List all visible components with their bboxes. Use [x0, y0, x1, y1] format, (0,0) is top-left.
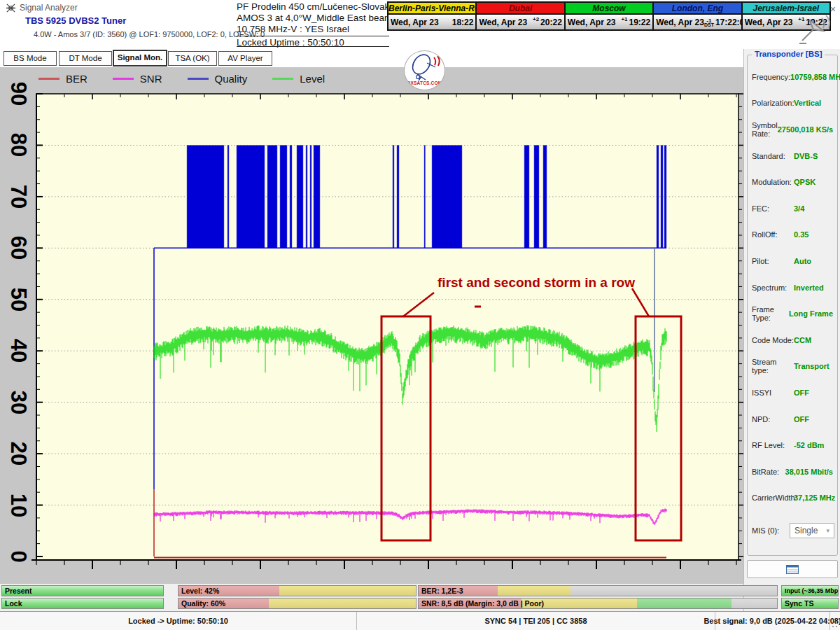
clock-dubai: Dubai Wed, Apr 23+220:22	[477, 3, 565, 29]
plot-background	[36, 94, 738, 560]
dxsatcs-logo-text: DXSATCS.COM	[407, 80, 442, 85]
legend-item-snr: SNR	[113, 73, 162, 85]
header-info-line-2: AMOS 3 at 4,0°W_Middle East beam	[237, 13, 389, 24]
transponder-label-polarization: Polarization:	[752, 99, 794, 107]
quality-burst-3	[267, 145, 277, 248]
tab-tsa[interactable]: TSA (OK)	[168, 51, 217, 66]
transponder-row-frequency: Frequency: 10759,858 MHz	[748, 64, 837, 90]
transponder-value-npd: OFF	[794, 415, 833, 424]
transponder-row-fec: FEC: 3/4	[748, 195, 837, 222]
transponder-row-npd: NPD: OFF	[748, 406, 837, 433]
tab-dt-mode[interactable]: DT Mode	[59, 51, 112, 66]
transponder-row-rolloff: RollOff: 0.35	[748, 222, 837, 248]
tab-av-player[interactable]: AV Player	[218, 51, 272, 66]
clock-date: Wed, Apr 23	[656, 18, 704, 27]
signal-analyzer-window: Signal Analyzer TBS 5925 DVBS2 Tuner 4.0…	[0, 0, 840, 630]
legend-line-quality	[188, 78, 209, 80]
level-meter: Level: 42%	[178, 585, 416, 596]
transponder-label-modulation: Modulation:	[752, 178, 794, 186]
transponder-label-carrierwidth: CarrierWidth:	[752, 493, 794, 502]
clock-city-label: London, Eng	[654, 3, 741, 15]
transponder-row-stream-type: Stream type: Transport	[748, 354, 837, 380]
status-uptime: Locked -> Uptime: 50:50:10	[0, 612, 357, 630]
header-info-line-3: 10 758 MHz-V : YES Israel	[237, 24, 389, 35]
quality-burst-14	[524, 145, 529, 248]
transponder-label-issyi: ISSYI	[752, 388, 794, 397]
clock-time: 18:22	[452, 18, 474, 27]
tuner-config: 4.0W - Amos 3/7 (ID: 3560) @ LOF1: 97500…	[34, 30, 265, 38]
clock-utc-offset: +1	[621, 16, 627, 22]
meter-segment	[498, 586, 570, 596]
tuner-name: TBS 5925 DVBS2 Tuner	[25, 15, 126, 26]
header-divider	[237, 36, 389, 36]
chart-plot	[28, 91, 743, 575]
quality-burst-2	[237, 145, 265, 248]
mode-tabbar: BS Mode DT Mode Signal Mon. TSA (OK) AV …	[0, 49, 743, 67]
quality-burst-10	[393, 145, 394, 248]
app-icon	[6, 3, 16, 13]
quality-burst-4	[280, 145, 287, 248]
transponder-label-fec: FEC:	[752, 204, 794, 213]
panel-button[interactable]	[747, 560, 838, 578]
transponder-row-bitrate: BitRate: 38,015 Mbit/s	[748, 458, 837, 485]
meter-segment	[637, 598, 732, 608]
mis-select[interactable]: Single▾	[790, 523, 834, 538]
quality-burst-13	[432, 145, 462, 248]
transponder-row-polarization: Polarization: Vertical	[748, 90, 837, 117]
quality-burst-6	[297, 145, 303, 248]
transponder-value-fec: 3/4	[794, 204, 833, 213]
quality-burst-9	[314, 145, 320, 248]
transponder-label-frequency: Frequency:	[752, 73, 790, 81]
quality-burst-12	[424, 145, 426, 248]
tab-signal-mon[interactable]: Signal Mon.	[113, 50, 167, 66]
chevron-down-icon: ▾	[826, 527, 830, 534]
world-clocks: Berlin-Paris-Vienna-Roma Wed, Apr 2318:2…	[387, 1, 831, 31]
legend-item-ber: BER	[38, 73, 88, 85]
transponder-title: Transponder [BS]	[752, 50, 825, 58]
clock-utc-offset: +2	[533, 16, 539, 22]
transponder-label-pilot: Pilot:	[752, 257, 794, 265]
window-title: Signal Analyzer	[20, 3, 78, 13]
transponder-groupbox: Transponder [BS] Frequency: 10759,858 MH…	[747, 55, 838, 556]
clock-london: London, Eng Wed, Apr 23-1DST17:22:05	[654, 3, 742, 29]
quality-burst-15	[534, 145, 539, 248]
meter-segment	[269, 598, 416, 608]
clock-date: Wed, Apr 23	[745, 18, 799, 27]
quality-burst-17	[657, 145, 659, 248]
transponder-value-spectrum: Inverted	[794, 284, 833, 292]
transponder-row-pilot: Pilot: Auto	[748, 248, 837, 274]
transponder-value-pilot: Auto	[794, 257, 833, 265]
transponder-value-rf-level: -52 dBm	[794, 441, 833, 449]
dxsatcs-dish-icon	[409, 53, 442, 81]
header-bottom-divider	[237, 46, 389, 47]
ber-meter: BER: 1,2E-3	[418, 585, 778, 596]
quality-burst-7	[306, 145, 307, 248]
mis-value: Single	[794, 526, 818, 536]
close-icon[interactable]: ×	[828, 4, 838, 14]
transponder-label-standard: Standard:	[752, 152, 794, 160]
antenna-info: PF Prodelin 450 cm/Lučenec-Slovakia AMOS…	[237, 1, 389, 48]
quality-burst-8	[310, 145, 312, 248]
transponder-row-issyi: ISSYI OFF	[748, 379, 837, 406]
tab-bs-mode[interactable]: BS Mode	[4, 51, 57, 66]
input-indicator: Input (~36,35 Mbps)	[781, 585, 839, 596]
transponder-rows: Frequency: 10759,858 MHz Polarization: V…	[748, 64, 837, 511]
transponder-label-npd: NPD:	[752, 415, 794, 424]
snr-meter: SNR: 8,5 dB (Margin: 3,0 dB | Poor)	[418, 598, 778, 609]
transponder-row-symbol-rate: Symbol Rate: 27500,018 KS/s	[748, 116, 837, 143]
transponder-value-bitrate: 38,015 Mbit/s	[785, 468, 833, 476]
transponder-value-carrierwidth: 37,125 MHz	[794, 493, 835, 502]
transponder-row-spectrum: Spectrum: Inverted	[748, 274, 837, 301]
quality-meter: Quality: 60%	[178, 598, 416, 609]
status-bar: Locked -> Uptime: 50:50:10 SYNC 54 | TEI…	[0, 611, 840, 630]
transponder-label-rf-level: RF Level:	[752, 441, 794, 449]
transponder-row-modulation: Modulation: QPSK	[748, 169, 837, 195]
transponder-value-issyi: OFF	[794, 388, 833, 397]
window-grid-icon	[786, 565, 799, 574]
sync-ts-indicator: Sync TS	[781, 598, 839, 609]
quality-burst-5	[290, 145, 292, 248]
transponder-label-symbol-rate: Symbol Rate:	[752, 121, 778, 138]
resize-grip[interactable]	[832, 622, 838, 628]
signal-chart-area: BER SNR Quality Level 908070605040302010…	[0, 67, 743, 584]
transponder-row-code-mode: Code Mode: CCM	[748, 327, 837, 354]
